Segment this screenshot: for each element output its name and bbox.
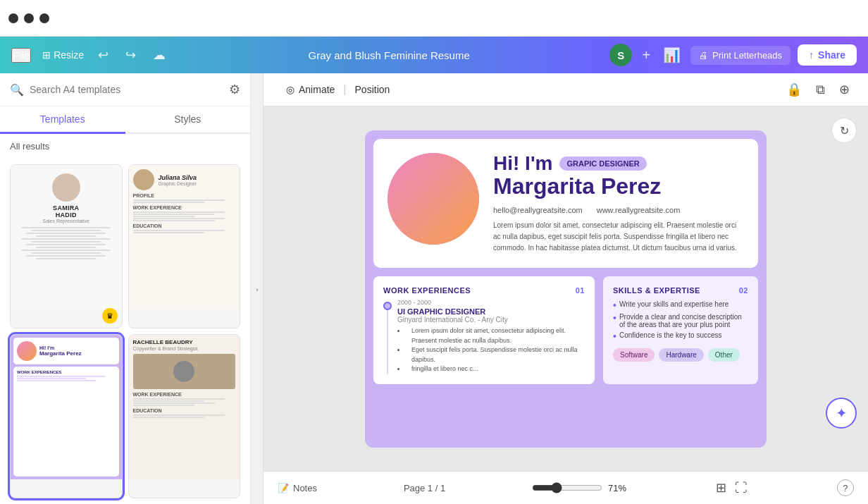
resume-name: Margarita Perez xyxy=(493,174,744,199)
resume-bottom-section: WORK EXPERIENCES 01 2000 - 2000 UI GRAPH… xyxy=(373,276,758,384)
share-icon: ↑ xyxy=(809,49,814,61)
position-button[interactable]: Position xyxy=(347,81,399,98)
canvas-toolbar: ◎ Animate | Position 🔒 ⧉ ⊕ xyxy=(264,73,868,106)
animate-icon: ◎ xyxy=(286,84,294,95)
resize-dots-icon: · · · xyxy=(252,288,263,289)
timeline-dot xyxy=(383,302,392,310)
resume-contacts: hello@reallygreatsite.com www.reallygrea… xyxy=(493,206,744,214)
print-icon: 🖨 xyxy=(699,50,708,61)
zoom-percentage: 71% xyxy=(608,483,626,493)
add-element-button[interactable]: ⊕ xyxy=(835,79,854,100)
add-collaborator-button[interactable]: + xyxy=(639,44,653,66)
skill-item-2: • Provide a clear and concise descriptio… xyxy=(613,312,748,330)
resume-email: hello@reallygreatsite.com xyxy=(493,206,583,214)
zoom-control: 71% xyxy=(532,482,626,493)
canvas-area: ◎ Animate | Position 🔒 ⧉ ⊕ ↻ xyxy=(264,73,868,504)
timeline-line xyxy=(387,310,388,374)
undo-button[interactable]: ↩ xyxy=(95,44,111,66)
document-title: Gray and Blush Feminine Resume xyxy=(177,49,601,61)
skill-item-1: • Write your skills and expertise here xyxy=(613,299,748,312)
notes-button[interactable]: 📝 Notes xyxy=(278,483,317,493)
search-bar: 🔍 ⚙ xyxy=(0,73,250,106)
resume-header-right: Hi! I'm GRAPIC DESIGNER Margarita Perez … xyxy=(493,153,744,254)
skill-item-3: • Confidence is the key to success xyxy=(613,330,748,343)
filter-icon[interactable]: ⚙ xyxy=(229,82,240,97)
lock-button[interactable]: 🔒 xyxy=(782,79,806,100)
skills-section-number: 02 xyxy=(739,286,748,295)
skills-section-title: SKILLS & EXPERTISE 02 xyxy=(613,286,748,295)
main-layout: 🔍 ⚙ Templates Styles All results SAMIRA … xyxy=(0,73,868,504)
magic-button[interactable]: ✦ xyxy=(826,398,857,429)
timeline-company: Ginyard International Co. - Any City xyxy=(397,316,585,324)
left-panel: 🔍 ⚙ Templates Styles All results SAMIRA … xyxy=(0,73,251,504)
skill-dot: • xyxy=(613,331,616,341)
resume-title-badge: GRAPIC DESIGNER xyxy=(559,156,646,171)
file-menu-button[interactable]: File xyxy=(11,48,31,63)
help-button[interactable]: ? xyxy=(837,479,854,496)
resize-button[interactable]: ⊞ Resize xyxy=(42,49,84,61)
timeline-bullets: Lorem ipsum dolor sit amet, consectetur … xyxy=(397,326,585,374)
resume-bio: Lorem ipsum dolor sit amet, consectetur … xyxy=(493,220,744,254)
grid-view-button[interactable]: ⊞ xyxy=(713,477,729,498)
search-input[interactable] xyxy=(30,84,223,95)
skill-dot: • xyxy=(613,313,616,323)
timeline-date: 2000 - 2000 xyxy=(397,299,585,306)
tab-templates[interactable]: Templates xyxy=(0,106,125,134)
bullet-3: fringilla et libero nec c... xyxy=(406,364,585,374)
resume-photo-inner xyxy=(388,153,479,245)
share-button[interactable]: ↑ Share xyxy=(798,44,857,66)
traffic-light-maximize[interactable] xyxy=(39,13,49,23)
fullscreen-button[interactable]: ⛶ xyxy=(732,477,750,498)
skills-list: • Write your skills and expertise here •… xyxy=(613,299,748,343)
canvas-scroll[interactable]: ↻ Hi! I'm GRAPIC DESIGNER Margarita Pere… xyxy=(264,106,868,471)
bullet-1: Lorem ipsum dolor sit amet, consectetur … xyxy=(406,326,585,345)
skill-dot: • xyxy=(613,300,616,310)
redo-button[interactable]: ↪ xyxy=(123,44,139,66)
template-card-4[interactable]: RACHELLE BEAUDRY Copywriter & Brand Stra… xyxy=(128,334,241,498)
resize-icon: ⊞ xyxy=(42,49,51,61)
title-bar xyxy=(0,0,868,37)
print-button[interactable]: 🖨 Print Letterheads xyxy=(690,46,790,65)
tag-other[interactable]: Other xyxy=(708,348,740,362)
crown-badge: ♛ xyxy=(102,308,118,324)
resume-photo xyxy=(388,153,479,245)
notes-icon: 📝 xyxy=(278,483,289,493)
toolbar-left: File ⊞ Resize ↩ ↪ ☁ xyxy=(11,44,168,66)
resume-document: Hi! I'm GRAPIC DESIGNER Margarita Perez … xyxy=(365,130,767,448)
panel-resize-handle[interactable]: · · · xyxy=(251,73,264,504)
work-section-number: 01 xyxy=(576,286,585,295)
animate-button[interactable]: ◎ Animate xyxy=(278,81,343,98)
skill-tags: Software Hardware Other xyxy=(613,348,748,362)
template-card-3[interactable]: Hi! I'm Margarita Perez WORK EXPERIENCES xyxy=(10,334,123,498)
toolbar-right: S + 📊 🖨 Print Letterheads ↑ Share xyxy=(609,44,857,66)
traffic-lights xyxy=(8,13,49,23)
template-grid: SAMIRA HADID Sales Representative xyxy=(0,159,250,504)
tag-hardware[interactable]: Hardware xyxy=(659,348,703,362)
refresh-button[interactable]: ↻ xyxy=(831,118,857,143)
duplicate-button[interactable]: ⧉ xyxy=(812,79,829,100)
page-info: Page 1 / 1 xyxy=(404,483,445,493)
resume-top-section: Hi! I'm GRAPIC DESIGNER Margarita Perez … xyxy=(373,139,758,269)
template-card-2[interactable]: Juliana Silva Graphic Designer PROFILE W… xyxy=(128,164,241,328)
template-card-1[interactable]: SAMIRA HADID Sales Representative xyxy=(10,164,123,328)
traffic-light-close[interactable] xyxy=(8,13,18,23)
bullet-2: Eget suscipit felis porta. Suspendisse m… xyxy=(406,345,585,364)
all-results-label: All results xyxy=(0,134,250,159)
resume-website: www.reallygreatsite.com xyxy=(597,206,681,214)
resume-name-line: Hi! I'm GRAPIC DESIGNER xyxy=(493,153,744,175)
search-icon: 🔍 xyxy=(10,83,24,97)
tab-styles[interactable]: Styles xyxy=(125,106,251,133)
work-section-title: WORK EXPERIENCES 01 xyxy=(383,286,585,295)
zoom-slider[interactable] xyxy=(532,482,602,493)
resume-work-column: WORK EXPERIENCES 01 2000 - 2000 UI GRAPH… xyxy=(373,276,595,384)
traffic-light-minimize[interactable] xyxy=(24,13,34,23)
stats-button[interactable]: 📊 xyxy=(660,44,683,66)
tag-software[interactable]: Software xyxy=(613,348,655,362)
resume-skills-column: SKILLS & EXPERTISE 02 • Write your skill… xyxy=(603,276,758,384)
cloud-save-button[interactable]: ☁ xyxy=(150,44,168,66)
timeline-job-title: UI GRAPHIC DESIGNER xyxy=(397,307,585,316)
user-avatar-button[interactable]: S xyxy=(609,44,632,66)
timeline: 2000 - 2000 UI GRAPHIC DESIGNER Ginyard … xyxy=(383,299,585,374)
bottom-bar: 📝 Notes Page 1 / 1 71% ⊞ ⛶ ? xyxy=(264,471,868,504)
tab-bar: Templates Styles xyxy=(0,106,250,134)
